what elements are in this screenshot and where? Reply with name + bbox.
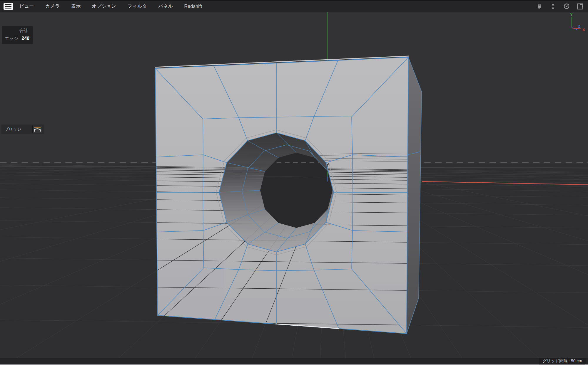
menu-view[interactable]: ビュー <box>19 3 34 9</box>
scene-canvas[interactable] <box>0 12 588 358</box>
menu-panel[interactable]: パネル <box>158 3 173 9</box>
menu-options[interactable]: オプション <box>92 3 116 9</box>
stats-edge-count: 240 <box>21 36 30 41</box>
grid-spacing-readout: グリッド間隔 : 50 cm <box>539 358 586 364</box>
menu-items: ビュー カメラ 表示 オプション フィルタ パネル Redshift <box>19 3 202 9</box>
active-tool-hint: ブリッジ <box>1 125 44 134</box>
stats-edge-row: エッジ 240 <box>5 36 30 41</box>
menu-camera[interactable]: カメラ <box>45 3 60 9</box>
hamburger-menu-icon[interactable] <box>4 3 13 10</box>
bridge-tool-icon[interactable] <box>32 126 42 133</box>
menu-redshift[interactable]: Redshift <box>184 4 202 9</box>
hand-pan-icon[interactable] <box>536 3 543 10</box>
orbit-rotate-icon[interactable] <box>563 3 570 10</box>
dolly-zoom-icon[interactable] <box>549 3 557 10</box>
viewport-nav-tools <box>536 3 584 10</box>
stats-total-header: 合計 <box>5 28 30 33</box>
menu-display[interactable]: 表示 <box>71 3 81 9</box>
viewport-statistics-panel: 合計 エッジ 240 <box>2 26 33 44</box>
status-bar: グリッド間隔 : 50 cm <box>0 358 588 365</box>
maximize-view-icon[interactable] <box>576 3 584 10</box>
viewport-menu-bar: ビュー カメラ 表示 オプション フィルタ パネル Redshift <box>0 0 588 12</box>
3d-viewport[interactable] <box>0 12 588 358</box>
stats-edge-label: エッジ <box>5 36 18 41</box>
menu-filter[interactable]: フィルタ <box>128 3 147 9</box>
cinema4d-window: ビュー カメラ 表示 オプション フィルタ パネル Redshift <box>0 0 588 365</box>
bridge-tool-label: ブリッジ <box>4 127 21 132</box>
